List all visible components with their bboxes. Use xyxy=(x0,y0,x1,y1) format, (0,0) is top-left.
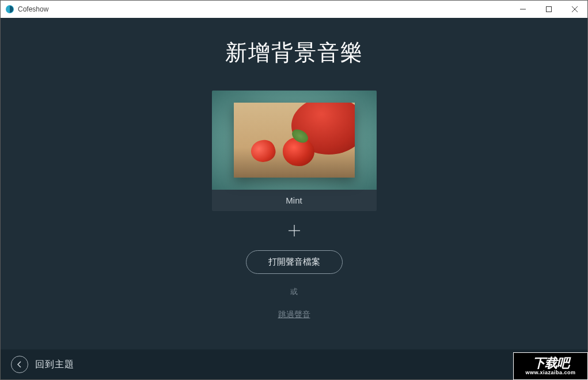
bottom-bar: 回到主題 xyxy=(1,349,587,379)
titlebar: Cofeshow xyxy=(1,1,587,18)
minimize-button[interactable] xyxy=(510,1,536,18)
theme-preview-card[interactable]: Mint xyxy=(212,91,377,211)
back-arrow-icon xyxy=(11,356,28,373)
back-button[interactable]: 回到主題 xyxy=(11,356,74,373)
back-label: 回到主題 xyxy=(35,359,74,371)
app-window: Cofeshow 新增背景音樂 Mint xyxy=(0,0,588,380)
skip-sound-link[interactable]: 跳過聲音 xyxy=(278,310,310,320)
maximize-button[interactable] xyxy=(536,1,562,18)
window-controls xyxy=(510,1,587,18)
theme-preview-image xyxy=(212,91,377,190)
content-area: 新增背景音樂 Mint 打開聲音檔案 或 跳過聲音 xyxy=(1,18,587,349)
svg-rect-2 xyxy=(546,7,551,12)
open-sound-file-button[interactable]: 打開聲音檔案 xyxy=(246,250,343,274)
or-text: 或 xyxy=(290,287,298,297)
window-title: Cofeshow xyxy=(18,5,510,13)
theme-preview-label: Mint xyxy=(212,190,377,211)
app-icon xyxy=(5,5,14,14)
plus-icon xyxy=(288,224,301,240)
close-button[interactable] xyxy=(562,1,587,18)
page-title: 新增背景音樂 xyxy=(225,38,363,67)
